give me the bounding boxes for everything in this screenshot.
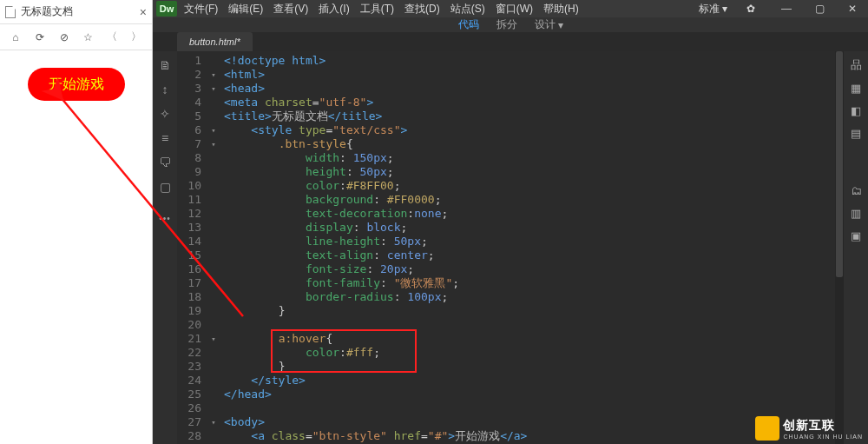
- preview-viewport: 开始游戏: [0, 50, 152, 444]
- left-tool-dock: 🗎 ↕ ✧ ≡ 🗨 ▢ •••: [153, 51, 177, 444]
- close-icon[interactable]: ×: [140, 5, 147, 19]
- properties-icon[interactable]: 品: [849, 58, 863, 72]
- vertical-scrollbar[interactable]: [835, 51, 844, 444]
- format-icon[interactable]: ≡: [158, 131, 172, 145]
- file-tabbar: button.html*: [153, 32, 868, 51]
- scrollbar-thumb[interactable]: [836, 51, 843, 277]
- home-icon[interactable]: ⌂: [6, 28, 25, 47]
- code-editor[interactable]: 1234567891011121314151617181920212223242…: [177, 51, 844, 444]
- menu-item-2[interactable]: 查看(V): [273, 3, 308, 15]
- file-manager-icon[interactable]: 🗎: [158, 58, 172, 72]
- assets-icon[interactable]: ▦: [849, 81, 863, 95]
- dreamweaver-app: Dw 文件(F)编辑(E)查看(V)插入(I)工具(T)查找(D)站点(S)窗口…: [153, 0, 868, 444]
- expand-icon[interactable]: ↕: [158, 83, 172, 96]
- view-split-button[interactable]: 拆分: [496, 17, 517, 32]
- watermark-logo: [755, 416, 779, 441]
- watermark-text: 创新互联: [783, 418, 863, 434]
- menu-item-4[interactable]: 工具(T): [360, 3, 394, 15]
- reload-icon[interactable]: ⟳: [30, 28, 49, 47]
- browser-toolbar: ⌂ ⟳ ⊘ ☆ 〈 〉: [0, 24, 152, 50]
- right-panel-dock: 品 ▦ ◧ ▤ 🗂 ▥ ▣: [844, 51, 868, 444]
- maximize-button[interactable]: ▢: [807, 0, 832, 17]
- browser-preview-pane: 无标题文档 × ⌂ ⟳ ⊘ ☆ 〈 〉 开始游戏: [0, 0, 153, 444]
- widgets-icon[interactable]: ▥: [849, 206, 863, 220]
- menu-item-1[interactable]: 编辑(E): [228, 3, 263, 15]
- comment-icon[interactable]: 🗨: [158, 156, 172, 169]
- code-area[interactable]: <!doctype html><html><head><meta charset…: [219, 51, 844, 444]
- view-switcher: 代码 拆分 设计 ▾: [153, 17, 868, 32]
- minimize-button[interactable]: ―: [774, 0, 799, 17]
- menu-item-3[interactable]: 插入(I): [319, 3, 349, 15]
- wand-icon[interactable]: ✧: [158, 107, 172, 121]
- menu-item-6[interactable]: 站点(S): [450, 3, 485, 15]
- dw-logo: Dw: [156, 1, 177, 17]
- bookmark-icon[interactable]: ▢: [158, 180, 172, 194]
- file-tab[interactable]: button.html*: [177, 32, 253, 51]
- watermark: 创新互联 CHUANG XIN HU LIAN: [755, 416, 863, 441]
- document-icon: [5, 6, 16, 18]
- browser-tab-title: 无标题文档: [21, 4, 140, 19]
- menu-item-0[interactable]: 文件(F): [184, 3, 218, 15]
- line-gutter: 1234567891011121314151617181920212223242…: [177, 51, 208, 444]
- start-game-button[interactable]: 开始游戏: [28, 68, 125, 101]
- menu-item-8[interactable]: 帮助(H): [543, 3, 579, 15]
- fold-column[interactable]: ▾▾▾▾▾▾: [208, 51, 219, 444]
- library-icon[interactable]: 🗂: [849, 183, 863, 197]
- workspace-switcher[interactable]: 标准 ▾: [699, 2, 727, 17]
- back-icon[interactable]: 〈: [102, 28, 122, 47]
- stop-icon[interactable]: ⊘: [55, 28, 74, 47]
- forward-icon[interactable]: 〉: [127, 28, 146, 47]
- layers-icon[interactable]: ▤: [849, 126, 863, 140]
- browser-tab[interactable]: 无标题文档 ×: [0, 0, 152, 24]
- view-code-button[interactable]: 代码: [458, 17, 479, 32]
- view-design-button[interactable]: 设计 ▾: [535, 17, 563, 32]
- watermark-subtext: CHUANG XIN HU LIAN: [783, 434, 863, 440]
- star-icon[interactable]: ☆: [78, 28, 97, 47]
- menu-item-5[interactable]: 查找(D): [404, 3, 440, 15]
- settings-icon[interactable]: ✿: [746, 3, 755, 15]
- css-icon[interactable]: ▣: [849, 229, 863, 242]
- menubar: Dw 文件(F)编辑(E)查看(V)插入(I)工具(T)查找(D)站点(S)窗口…: [153, 0, 868, 17]
- more-tools-icon[interactable]: •••: [158, 211, 172, 225]
- close-button[interactable]: ✕: [840, 0, 865, 17]
- menu-item-7[interactable]: 窗口(W): [496, 3, 533, 15]
- panel-icon[interactable]: ◧: [849, 103, 863, 117]
